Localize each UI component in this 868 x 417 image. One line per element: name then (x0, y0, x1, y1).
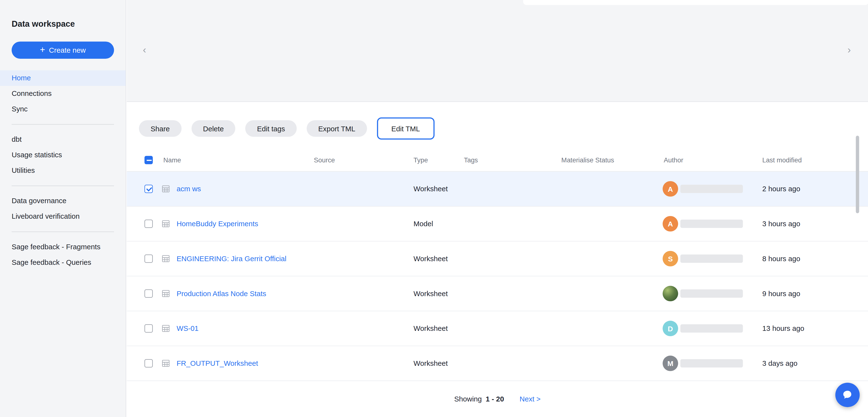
sidebar-item-data-governance[interactable]: Data governance (0, 193, 126, 209)
delete-button[interactable]: Delete (191, 120, 236, 137)
row-name-link[interactable]: HomeBuddy Experiments (177, 220, 258, 228)
pagination-footer: Showing 1 - 20 Next > (127, 391, 868, 407)
table-row[interactable]: WS-01 Worksheet D 13 hours ago (127, 311, 868, 346)
sidebar-item-sage-feedback-fragments[interactable]: Sage feedback - Fragments (0, 239, 126, 255)
sidebar-item-sage-feedback-queries[interactable]: Sage feedback - Queries (0, 255, 126, 270)
row-name-link[interactable]: WS-01 (177, 324, 199, 332)
author-name-redacted (680, 220, 743, 228)
edit-tml-button[interactable]: Edit TML (377, 117, 434, 140)
row-checkbox[interactable] (145, 220, 153, 228)
next-page-link[interactable]: Next > (520, 395, 541, 403)
objects-table: Name Source Type Tags Materialise Status… (127, 149, 868, 381)
worksheet-icon (161, 185, 170, 193)
row-type: Worksheet (414, 289, 448, 298)
showing-label: Showing (454, 395, 482, 403)
row-last-modified: 3 hours ago (762, 220, 800, 228)
viewport: Data workspace + Create new Home Connect… (0, 0, 868, 417)
sidebar-divider (12, 185, 114, 186)
row-type: Worksheet (414, 324, 448, 332)
row-name-link[interactable]: FR_OUTPUT_Worksheet (177, 359, 258, 367)
export-tml-button[interactable]: Export TML (307, 120, 367, 137)
row-last-modified: 13 hours ago (762, 324, 804, 332)
author-name-redacted (680, 289, 743, 298)
row-checkbox[interactable] (145, 185, 153, 193)
row-checkbox[interactable] (145, 359, 153, 367)
row-last-modified: 9 hours ago (762, 289, 800, 298)
chat-bubble-icon (842, 389, 853, 400)
create-new-label: Create new (49, 46, 86, 54)
author-avatar: S (662, 251, 678, 267)
sidebar-item-sync[interactable]: Sync (0, 101, 126, 117)
column-header-type: Type (414, 156, 428, 164)
row-name-link[interactable]: ENGINEERING: Jira Gerrit Official (177, 255, 286, 263)
row-last-modified: 3 days ago (762, 359, 797, 367)
worksheet-icon (161, 220, 170, 228)
row-checkbox[interactable] (145, 324, 153, 332)
row-type: Model (414, 220, 433, 228)
sidebar-item-utilities[interactable]: Utilities (0, 163, 126, 178)
main-content: ‹ › Share Delete Edit tags Export TML Ed… (127, 0, 868, 417)
row-last-modified: 8 hours ago (762, 255, 800, 263)
table-row[interactable]: acm ws Worksheet A 2 hours ago (127, 172, 868, 207)
author-avatar: A (662, 216, 678, 232)
carousel-next-button[interactable]: › (842, 43, 856, 57)
row-name-link[interactable]: acm ws (177, 185, 201, 193)
column-header-materialise-status: Materialise Status (561, 156, 614, 164)
row-checkbox[interactable] (145, 255, 153, 263)
worksheet-icon (161, 255, 170, 263)
author-name-redacted (680, 185, 743, 193)
create-new-button[interactable]: + Create new (12, 41, 114, 59)
vertical-scrollbar-thumb[interactable] (856, 136, 859, 213)
author-avatar: A (662, 181, 678, 197)
author-avatar-photo (662, 286, 678, 301)
sidebar-title: Data workspace (12, 19, 126, 28)
worksheet-icon (161, 324, 170, 332)
sidebar-item-home[interactable]: Home (0, 70, 126, 86)
author-avatar: D (662, 321, 678, 336)
column-header-last-modified: Last modified (762, 156, 802, 164)
author-name-redacted (680, 324, 743, 332)
row-checkbox[interactable] (145, 289, 153, 298)
sidebar-item-connections[interactable]: Connections (0, 86, 126, 101)
column-header-source: Source (314, 156, 335, 164)
select-all-checkbox[interactable] (145, 156, 153, 164)
showing-range: 1 - 20 (486, 395, 504, 403)
carousel-zone: ‹ › (127, 0, 868, 102)
worksheet-icon (161, 289, 170, 298)
sidebar-nav: Home Connections Sync dbt Usage statisti… (0, 70, 126, 270)
author-name-redacted (680, 255, 743, 263)
column-header-author: Author (664, 156, 683, 164)
table-row[interactable]: ENGINEERING: Jira Gerrit Official Worksh… (127, 241, 868, 276)
author-avatar: M (662, 356, 678, 371)
app-root: Data workspace + Create new Home Connect… (0, 0, 868, 417)
column-header-tags: Tags (464, 156, 478, 164)
sidebar-item-liveboard-verification[interactable]: Liveboard verification (0, 209, 126, 224)
author-name-redacted (680, 359, 743, 367)
list-panel: Share Delete Edit tags Export TML Edit T… (127, 102, 868, 417)
row-type: Worksheet (414, 255, 448, 263)
share-button[interactable]: Share (139, 120, 182, 137)
sidebar: Data workspace + Create new Home Connect… (0, 0, 126, 417)
scrolled-card-edge (523, 0, 868, 5)
table-header-row: Name Source Type Tags Materialise Status… (127, 149, 868, 172)
row-last-modified: 2 hours ago (762, 185, 800, 193)
row-type: Worksheet (414, 185, 448, 193)
table-row[interactable]: HomeBuddy Experiments Model A 3 hours ag… (127, 207, 868, 241)
row-type: Worksheet (414, 359, 448, 367)
worksheet-icon (161, 359, 170, 367)
edit-tags-button[interactable]: Edit tags (246, 120, 297, 137)
carousel-prev-button[interactable]: ‹ (138, 43, 151, 57)
sidebar-item-dbt[interactable]: dbt (0, 132, 126, 147)
sidebar-divider (12, 124, 114, 124)
sidebar-item-usage-statistics[interactable]: Usage statistics (0, 147, 126, 163)
table-row[interactable]: FR_OUTPUT_Worksheet Worksheet M 3 days a… (127, 346, 868, 381)
chat-launcher-button[interactable] (835, 383, 860, 407)
table-row[interactable]: Production Atlas Node Stats Worksheet 9 … (127, 276, 868, 311)
sidebar-divider (12, 232, 114, 232)
column-header-name: Name (163, 156, 181, 164)
plus-icon: + (40, 46, 45, 54)
row-name-link[interactable]: Production Atlas Node Stats (177, 289, 266, 298)
bulk-actions-toolbar: Share Delete Edit tags Export TML Edit T… (127, 102, 868, 140)
